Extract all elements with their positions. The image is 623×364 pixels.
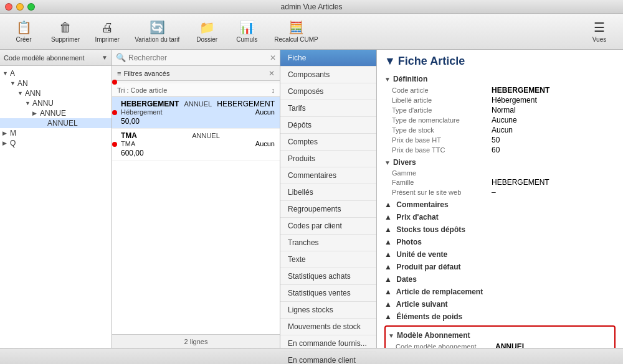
cumuls-button[interactable]: 📊 Cumuls xyxy=(228,16,265,47)
tab-fiche[interactable]: Fiche xyxy=(280,50,376,67)
clear-search-button[interactable]: ✕ xyxy=(270,54,276,62)
section-prix-achat[interactable]: ▲ Prix d'achat xyxy=(384,211,616,223)
list-count: 2 lignes xyxy=(184,338,208,345)
tree-item-AN[interactable]: ▼ AN xyxy=(0,78,112,88)
tab-mouvements-stock[interactable]: Mouvements de stock xyxy=(280,319,376,335)
field-code-article-value: HEBERGEMENT xyxy=(492,86,549,95)
close-button[interactable] xyxy=(5,3,12,11)
minimize-button[interactable] xyxy=(16,3,24,11)
tab-commentaires[interactable]: Commentaires xyxy=(280,167,376,184)
tab-texte[interactable]: Texte xyxy=(280,251,376,268)
recalcul-button[interactable]: 🧮 Recalcul CUMP xyxy=(268,16,325,47)
section-elements-poids[interactable]: ▲ Éléments de poids xyxy=(384,310,616,323)
tree-header-dropdown-icon[interactable]: ▼ xyxy=(102,54,108,61)
tree-item-A[interactable]: ▼ A xyxy=(0,68,112,78)
tree-content: ▼ A ▼ AN ▼ ANN ▼ ANNU xyxy=(0,66,112,348)
list-item-right-1: HEBERGEMENT xyxy=(217,100,275,108)
tree-item-ANNU[interactable]: ▼ ANNU xyxy=(0,98,112,108)
tree-item-ANNUEL[interactable]: ANNUEL xyxy=(0,118,112,128)
section-modele-abonnement-label: Modèle Abonnement xyxy=(397,331,470,340)
section-dates-arrow: ▲ xyxy=(384,275,392,284)
list-item-sub-2: ANNUEL xyxy=(192,132,220,139)
dossier-icon: 📁 xyxy=(199,20,215,35)
list-item-hebergement[interactable]: HEBERGEMENT ANNUEL HEBERGEMENT Hébergeme… xyxy=(112,97,280,129)
section-definition-label: Définition xyxy=(393,75,427,83)
section-produit-defaut[interactable]: ▲ Produit par défaut xyxy=(384,261,616,273)
field-type-nomenclature: Type de nomenclature Aucune xyxy=(384,115,616,125)
section-photos-arrow: ▲ xyxy=(384,238,392,246)
field-gamme: Gamme xyxy=(384,169,616,177)
tab-stat-ventes[interactable]: Statistiques ventes xyxy=(280,285,376,302)
recalcul-label: Recalcul CUMP xyxy=(274,36,318,43)
imprimer-button[interactable]: 🖨 Imprimer xyxy=(88,16,126,47)
supprimer-icon: 🗑 xyxy=(59,21,72,35)
tab-stat-achats[interactable]: Statistiques achats xyxy=(280,268,376,285)
creer-icon: 📋 xyxy=(16,20,32,35)
tab-tarifs[interactable]: Tarifs xyxy=(280,100,376,117)
tab-regroupements[interactable]: Regroupements xyxy=(280,201,376,218)
tab-lignes-stocks[interactable]: Lignes stocks xyxy=(280,302,376,319)
dossier-button[interactable]: 📁 Dossier xyxy=(188,16,226,47)
section-article-suivant[interactable]: ▲ Article suivant xyxy=(384,298,616,310)
tab-tranches[interactable]: Tranches xyxy=(280,235,376,251)
tree-arrow-ANNUE: ▶ xyxy=(32,110,40,116)
imprimer-label: Imprimer xyxy=(95,36,119,43)
section-modele-abonnement-header[interactable]: ▼ Modèle Abonnement xyxy=(388,329,612,342)
field-code-modele-value: ANNUEL xyxy=(495,342,526,348)
tree-header[interactable]: Code modèle abonnement ▼ xyxy=(0,50,112,66)
field-type-nomenclature-label: Type de nomenclature xyxy=(392,116,492,124)
tab-composes[interactable]: Composés xyxy=(280,83,376,100)
section-modele-abonnement-arrow: ▼ xyxy=(388,332,394,339)
tab-cmd-client[interactable]: En commande client xyxy=(280,352,376,364)
list-item-main-2: TMA ANNUEL xyxy=(121,131,275,140)
variation-button[interactable]: 🔄 Variation du tarif xyxy=(128,16,186,47)
list-item-name-1: HEBERGEMENT xyxy=(121,100,179,108)
section-dates[interactable]: ▲ Dates xyxy=(384,273,616,286)
sort-label: Tri : Code article xyxy=(117,86,272,94)
tab-composants[interactable]: Composants xyxy=(280,67,376,83)
field-code-article: Code article HEBERGEMENT xyxy=(384,85,616,95)
tab-codes-par-client[interactable]: Codes par client xyxy=(280,218,376,235)
tree-item-M[interactable]: ▶ M xyxy=(0,128,112,138)
list-footer: 2 lignes xyxy=(112,334,280,348)
section-unite-vente-label: Unité de vente xyxy=(394,250,447,259)
sort-icon[interactable]: ↕ xyxy=(272,86,275,94)
section-produit-defaut-arrow: ▲ xyxy=(384,263,392,271)
maximize-button[interactable] xyxy=(27,3,35,11)
tab-depots[interactable]: Dépôts xyxy=(280,117,376,134)
section-stocks-depots[interactable]: ▲ Stocks tous dépôts xyxy=(384,223,616,236)
section-definition-arrow: ▼ xyxy=(384,76,391,83)
tab-comptes[interactable]: Comptes xyxy=(280,134,376,151)
tree-item-Q[interactable]: ▶ Q xyxy=(0,138,112,148)
section-divers-header[interactable]: ▼ Divers xyxy=(384,156,616,169)
list-item-tma[interactable]: TMA ANNUEL TMA Aucun 600,00 xyxy=(112,129,280,161)
tab-cmd-fournis[interactable]: En commande fournis... xyxy=(280,335,376,352)
section-photos[interactable]: ▲ Photos xyxy=(384,236,616,248)
supprimer-button[interactable]: 🗑 Supprimer xyxy=(45,16,86,47)
search-bar: 🔍 ✕ xyxy=(112,50,280,66)
section-divers: ▼ Divers Gamme Famille HEBERGEMENT Prése… xyxy=(384,156,616,197)
field-code-modele: Code modèle abonnement ANNUEL xyxy=(388,342,612,348)
tab-produits[interactable]: Produits xyxy=(280,151,376,167)
tab-libelles[interactable]: Libellés xyxy=(280,184,376,201)
section-definition-header[interactable]: ▼ Définition xyxy=(384,73,616,85)
section-unite-vente[interactable]: ▲ Unité de vente xyxy=(384,248,616,261)
section-article-remplacement[interactable]: ▲ Article de remplacement xyxy=(384,286,616,298)
search-panel: 🔍 ✕ ≡ Filtres avancés ✕ Tri : Code artic… xyxy=(112,50,280,348)
field-type-stock-value: Aucun xyxy=(492,126,513,134)
creer-button[interactable]: 📋 Créer xyxy=(5,16,42,47)
section-commentaires[interactable]: ▲ Commentaires xyxy=(384,198,616,211)
section-unite-vente-arrow: ▲ xyxy=(384,250,392,259)
cumuls-label: Cumuls xyxy=(236,36,257,43)
tree-arrow-AN: ▼ xyxy=(10,80,17,86)
sort-bar[interactable]: Tri : Code article ↕ xyxy=(112,83,280,97)
tree-item-ANN[interactable]: ▼ ANN xyxy=(0,88,112,98)
clear-filter-button[interactable]: ✕ xyxy=(269,69,275,78)
search-input[interactable] xyxy=(128,54,267,62)
views-button[interactable]: ☰ Vues xyxy=(581,16,618,47)
tree-item-ANNUE[interactable]: ▶ ANNUE xyxy=(0,108,112,118)
field-prix-ht-value: 50 xyxy=(492,136,500,144)
list-content: HEBERGEMENT ANNUEL HEBERGEMENT Hébergeme… xyxy=(112,97,280,334)
cumuls-icon: 📊 xyxy=(239,20,255,35)
field-type-stock: Type de stock Aucun xyxy=(384,125,616,135)
